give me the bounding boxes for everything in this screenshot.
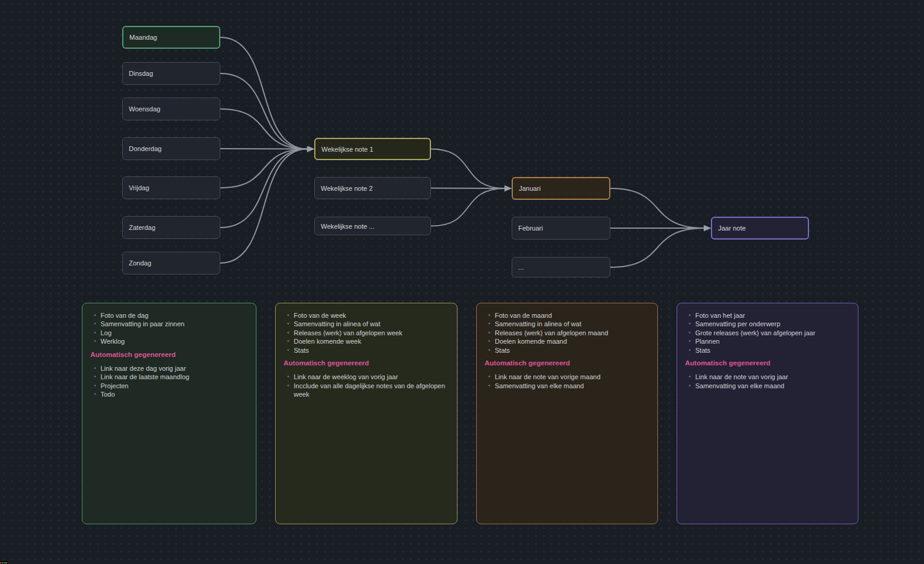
list-item: Link naar de weeklog van vorig jaar [287,373,448,381]
auto-generated-heading: Automatisch gegenereerd [685,359,849,367]
list-item: Werklog [94,337,247,346]
edge-januari-to-jaar[interactable] [610,188,704,228]
edge-zondag-to-week1[interactable] [220,149,308,264]
list-item: Samenvatting van elke maand [689,382,849,390]
card-daily-note[interactable]: Foto van de dag Samenvatting in paar zin… [82,303,256,524]
node-label: Februari [518,225,543,232]
list-item: Stats [488,346,649,355]
node-label: Vrijdag [129,184,149,191]
node-label: Wekelijkse note ... [321,223,374,230]
card-monthly-note[interactable]: Foto van de maand Samenvatting in alinea… [476,303,658,524]
list-item: Incclude van alle dagelijkse notes van d… [287,382,448,399]
edge-donderdag-to-week1[interactable] [220,149,308,149]
canvas-node-weekly-etc[interactable]: Wekelijkse note ... [314,217,431,235]
card-yearly-note[interactable]: Foto van het jaar Samenvatting per onder… [677,303,858,524]
list-item: Link naar de note van vorige maand [488,373,649,381]
edge-woensdag-to-week1[interactable] [220,109,308,149]
list-item: Foto van de maand [488,311,649,320]
canvas-node-month-etc[interactable]: ... [512,257,610,277]
canvas-node-zaterdag[interactable]: Zaterdag [122,216,220,239]
canvas-node-weekly-2[interactable]: Wekelijkse note 2 [314,177,431,199]
card-weekly-note[interactable]: Foto van de week Samenvatting in alinea … [275,303,457,524]
list-item: Foto van de week [287,311,448,320]
canvas-node-maandag[interactable]: Maandag [122,26,220,49]
edge-maandag-to-week1[interactable] [220,37,308,149]
edge-week2-to-januari[interactable] [431,188,505,189]
edge-maand3-to-jaar[interactable] [610,228,704,267]
node-label: Zondag [129,259,151,267]
list-item: Samenvatting in alinea of wat [287,320,448,328]
list-item: Samenvatting in paar zinnen [94,320,247,328]
list-item: Link naar deze dag vorig jaar [94,364,247,373]
node-label: ... [518,264,524,271]
list-item: Foto van de dag [94,311,247,320]
edge-week3-to-januari[interactable] [431,188,505,226]
node-label: Maandag [129,34,157,41]
list-item: Projecten [94,382,247,390]
canvas-node-jaar[interactable]: Jaar note [711,217,809,240]
card-list-manual: Foto van de maand Samenvatting in alinea… [485,311,649,355]
node-label: Januari [519,185,541,192]
screen-corner-artifact [0,561,7,564]
edge-week1-to-januari[interactable] [431,149,505,189]
card-list-auto: Link naar de weeklog van vorig jaar Incc… [284,373,448,398]
list-item: Plannen [689,337,849,346]
card-list-manual: Foto van de dag Samenvatting in paar zin… [90,311,247,346]
list-item: Releases (werk) van afgelopen week [287,329,448,337]
list-item: Grote releases (werk) van afgelopen jaar [689,329,849,337]
list-item: Stats [287,346,448,355]
canvas-node-donderdag[interactable]: Donderdag [122,137,220,160]
canvas-node-dinsdag[interactable]: Dinsdag [122,62,220,85]
list-item: Samenvatting in alinea of wat [488,320,649,328]
canvas-node-weekly-1[interactable]: Wekelijkse note 1 [314,138,431,160]
card-list-manual: Foto van het jaar Samenvatting per onder… [685,311,849,355]
list-item: Foto van het jaar [689,311,849,320]
list-item: Link naar de note van vorig jaar [689,373,849,381]
node-label: Woensdag [129,105,160,113]
canvas-node-woensdag[interactable]: Woensdag [122,98,220,120]
canvas-node-zondag[interactable]: Zondag [122,252,220,274]
card-list-auto: Link naar de note van vorige maand Samen… [485,373,649,390]
node-label: Wekelijkse note 2 [321,185,373,192]
node-label: Donderdag [129,145,161,152]
list-item: Releases (werk) van afgelopen maand [488,329,649,337]
edge-zaterdag-to-week1[interactable] [220,149,308,228]
auto-generated-heading: Automatisch gegenereerd [284,359,448,367]
canvas-node-vrijdag[interactable]: Vrijdag [122,176,220,199]
canvas-node-februari[interactable]: Februari [512,217,610,240]
edge-dinsdag-to-week1[interactable] [220,73,308,149]
node-label: Jaar note [718,225,746,232]
node-label: Wekelijkse note 1 [321,146,373,153]
card-list-auto: Link naar de note van vorig jaar Samenva… [685,373,849,390]
list-item: Samenvatting van elke maand [488,382,649,390]
list-item: Doelen komende maand [488,337,649,346]
card-list-auto: Link naar deze dag vorig jaar Link naar … [90,364,247,399]
auto-generated-heading: Automatisch gegenereerd [90,350,247,359]
auto-generated-heading: Automatisch gegenereerd [485,359,649,367]
list-item: Todo [94,390,247,398]
canvas-node-januari[interactable]: Januari [512,177,610,200]
node-label: Zaterdag [129,224,155,231]
canvas-viewport[interactable]: { "palette": { "background": "#191d24", … [0,0,924,564]
edge-vrijdag-to-week1[interactable] [220,149,308,188]
list-item: Samenvatting per onderwerp [689,320,849,328]
card-list-manual: Foto van de week Samenvatting in alinea … [284,311,448,355]
list-item: Doelen komende week [287,337,448,346]
list-item: Log [94,329,247,337]
list-item: Link naar de laatste maandlog [94,373,247,381]
node-label: Dinsdag [129,70,153,77]
list-item: Stats [689,346,849,355]
